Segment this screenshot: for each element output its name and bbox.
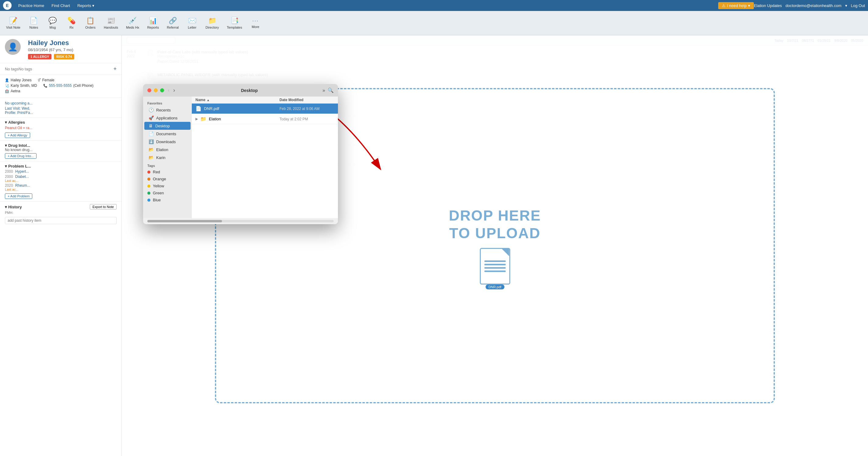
toolbar-meds-hx[interactable]: 💉 Meds Hx: [122, 15, 143, 31]
dialog-forward-button[interactable]: ›: [172, 87, 176, 93]
history-title[interactable]: ▾ History: [5, 205, 22, 209]
elation-dir-date: Today at 2:02 PM: [279, 117, 334, 121]
export-to-note-button[interactable]: Export to Note: [90, 204, 117, 210]
nav-find-chart[interactable]: Find Chart: [49, 2, 73, 9]
drop-file-icon: DNR.pdf: [480, 248, 510, 284]
window-maximize-button[interactable]: [160, 88, 164, 92]
problem-name-1[interactable]: Diabet...: [15, 175, 29, 179]
tag-item-orange[interactable]: Orange: [143, 176, 192, 182]
sidebar-item-downloads[interactable]: ⬇️ Downloads: [144, 138, 191, 146]
patient-name: Hailey Jones: [28, 39, 74, 47]
detail-gender: ⚥ Female: [38, 78, 55, 82]
tag-item-green[interactable]: Green: [143, 189, 192, 196]
toolbar-more[interactable]: ··· More: [246, 16, 265, 30]
risk-badge[interactable]: RISK 0.74: [54, 54, 74, 59]
dialog-search-button[interactable]: 🔍: [328, 87, 334, 93]
profile-link[interactable]: Profile: Print/Fa...: [5, 111, 117, 115]
elation-updates[interactable]: Elation Updates: [754, 3, 782, 8]
add-drug-button[interactable]: + Add Drug Into...: [5, 153, 36, 159]
scrollbar-thumb: [147, 220, 222, 222]
toolbar-directory[interactable]: 📁 Directory: [202, 15, 222, 31]
problem-name-2[interactable]: Rheum...: [15, 183, 30, 188]
toolbar-reports[interactable]: 📊 Reports: [144, 15, 162, 31]
pmh-input[interactable]: [5, 217, 117, 224]
col-name-header[interactable]: Name ▲: [195, 98, 279, 102]
allergies-title[interactable]: ▾ Allergies: [5, 120, 117, 125]
dnr-file-name: DNR.pdf: [204, 106, 279, 111]
toolbar-msg[interactable]: 💬 Msg: [43, 15, 62, 31]
patient-info: Hailey Jones 08/10/1954 (67 yrs, 7 mo) 1…: [28, 39, 74, 59]
orders-icon: 📋: [86, 17, 94, 25]
allergy-item: Peanut Oil = ra...: [5, 126, 117, 130]
dialog-expand-button[interactable]: »: [322, 88, 325, 93]
insurance-icon: 🏥: [5, 89, 9, 93]
sidebar-item-desktop[interactable]: 🖥 Desktop: [144, 122, 191, 130]
tag-dot-blue: [147, 199, 150, 202]
toolbar-notes[interactable]: 📄 Notes: [25, 15, 43, 31]
sidebar-item-karin[interactable]: 📂 Karin: [144, 154, 191, 161]
problem-name-0[interactable]: Hypert...: [15, 170, 29, 174]
drug-intol-title[interactable]: ▾ Drug Intol...: [5, 143, 117, 148]
scrollbar-area: [143, 218, 338, 224]
tags-row: No tagsNo tags +: [0, 63, 122, 75]
user-email[interactable]: doctordemo@elationhealth.com: [785, 3, 841, 8]
dnr-file-icon: 📄: [195, 106, 202, 112]
karin-folder-icon: 📂: [149, 155, 154, 160]
nav-links: Practice Home Find Chart Reports ▾: [15, 2, 718, 9]
col-date-header[interactable]: Date Modified: [279, 98, 334, 102]
toolbar-letter[interactable]: ✉️ Letter: [183, 15, 201, 31]
person-icon: 👤: [5, 78, 9, 82]
window-minimize-button[interactable]: [154, 88, 158, 92]
detail-provider: 🩺 Karly Smith, MD: [5, 84, 37, 88]
dialog-titlebar: ‹ › Desktop » 🔍: [143, 84, 338, 97]
file-row-dnr[interactable]: 📄 DNR.pdf Feb 28, 2022 at 9:06 AM: [192, 103, 338, 114]
logout-link[interactable]: Log Out: [851, 3, 865, 8]
toolbar-templates[interactable]: 📑 Templates: [223, 15, 246, 31]
help-button[interactable]: ⚠ I need help ▾: [718, 2, 754, 9]
nav-reports[interactable]: Reports ▾: [74, 2, 98, 9]
rx-icon: 💊: [67, 17, 75, 25]
toolbar-referral[interactable]: 🔗 Referral: [163, 15, 182, 31]
toolbar-handouts[interactable]: 📰 Handouts: [100, 15, 122, 31]
patient-details: 👤 Hailey Jones ⚥ Female 🩺 Karly Smith, M…: [0, 75, 122, 98]
drop-here-text: DROP HERE TO UPLOAD: [449, 207, 541, 242]
meds-hx-icon: 💉: [128, 17, 137, 25]
provider-icon: 🩺: [5, 84, 9, 88]
dialog-sidebar: Favorites 🕐 Recents 🚀 Applications 🖥 Des…: [143, 97, 192, 218]
more-icon: ···: [252, 18, 259, 24]
toolbar-letter-label: Letter: [188, 26, 196, 29]
allergy-badge[interactable]: 1 ALLERGY: [28, 54, 52, 59]
tag-item-yellow[interactable]: Yellow: [143, 182, 192, 189]
toolbar-visit-note[interactable]: 📝 Visit Note: [2, 15, 24, 31]
toolbar-rx[interactable]: 💊 Rx: [62, 15, 81, 31]
file-row-elation[interactable]: ▶ 📁 Elation Today at 2:02 PM: [192, 114, 338, 124]
phone-icon: 📞: [43, 84, 48, 88]
elation-dir-name: Elation: [209, 117, 279, 121]
problem-list-title[interactable]: ▾ Problem L...: [5, 164, 117, 169]
window-close-button[interactable]: [147, 88, 151, 92]
tag-dot-orange: [147, 178, 150, 181]
add-tag-button[interactable]: +: [113, 66, 117, 72]
file-line-2: [485, 264, 506, 265]
dialog-back-button[interactable]: ‹: [166, 87, 171, 93]
last-visit[interactable]: Last Visit: Wed,: [5, 106, 117, 111]
add-problem-button[interactable]: + Add Problem: [5, 193, 32, 199]
templates-icon: 📑: [230, 17, 239, 25]
dialog-nav: ‹ ›: [166, 87, 176, 93]
tag-item-blue[interactable]: Blue: [143, 196, 192, 204]
sidebar-item-elation[interactable]: 📂 Elation: [144, 146, 191, 154]
sidebar-item-recents[interactable]: 🕐 Recents: [144, 106, 191, 114]
sidebar-item-applications[interactable]: 🚀 Applications: [144, 114, 191, 122]
sidebar-item-documents[interactable]: 📄 Documents: [144, 130, 191, 138]
nav-practice-home[interactable]: Practice Home: [15, 2, 47, 9]
tag-item-red[interactable]: Red: [143, 169, 192, 176]
visit-note-icon: 📝: [9, 17, 18, 25]
toolbar-orders[interactable]: 📋 Orders: [81, 15, 99, 31]
toolbar-more-label: More: [252, 25, 259, 29]
detail-row-insurance: 🏥 Aetna: [5, 89, 117, 93]
add-allergy-button[interactable]: + Add Allergy: [5, 132, 30, 138]
toolbar-directory-label: Directory: [206, 26, 219, 29]
upcoming-appointments[interactable]: No upcoming a...: [5, 101, 117, 105]
dialog-scrollbar[interactable]: [147, 220, 334, 222]
desktop-icon: 🖥: [149, 123, 153, 128]
